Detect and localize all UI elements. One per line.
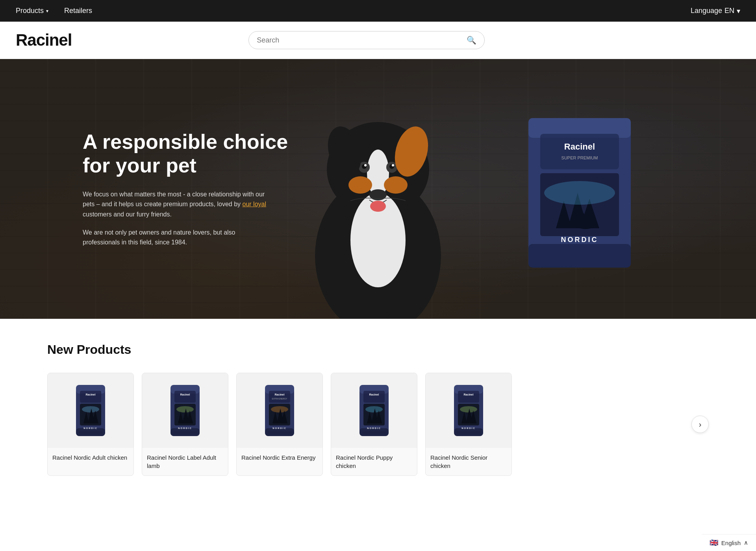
svg-text:Racinel: Racinel — [564, 142, 595, 152]
svg-text:Racinel: Racinel — [369, 393, 379, 396]
svg-rect-74 — [363, 391, 385, 403]
product-image-area: Racinel NORDIC — [426, 373, 511, 448]
search-bar: 🔍 — [248, 31, 485, 49]
svg-rect-45 — [79, 431, 102, 434]
section-title: New Products — [47, 342, 709, 357]
product-image-area: Racinel NORDIC — [48, 373, 133, 448]
site-header: Racinel 🔍 — [0, 22, 756, 59]
svg-rect-21 — [540, 134, 619, 169]
svg-rect-57 — [173, 431, 197, 434]
svg-text:SUPER PREMIUM: SUPER PREMIUM — [561, 155, 598, 160]
product-card[interactable]: Racinel NORDIC Racinel Nordic Puppy chic… — [331, 373, 417, 476]
svg-rect-94 — [457, 431, 480, 434]
svg-point-4 — [348, 176, 372, 194]
svg-point-89 — [460, 406, 477, 412]
product-card[interactable]: Racinel NORDIC Racinel Nordic Adult chic… — [47, 373, 134, 476]
new-products-section: New Products Racinel — [0, 319, 756, 507]
nav-products[interactable]: Products ▾ — [16, 7, 48, 15]
product-name: Racinel Nordic Extra Energy — [237, 448, 322, 467]
chevron-down-icon: ▾ — [46, 8, 48, 14]
svg-point-52 — [176, 406, 194, 412]
svg-point-11 — [364, 164, 367, 166]
footer-language-label: English — [721, 540, 741, 546]
flag-icon: 🇬🇧 — [710, 538, 718, 547]
top-navigation: Products ▾ Retailers Language EN ▾ — [0, 0, 756, 22]
svg-point-40 — [82, 406, 99, 412]
hero-content: A responsible choice for your pet We foc… — [83, 130, 288, 248]
nav-retailers-label: Retailers — [64, 7, 92, 15]
svg-text:NORDIC: NORDIC — [561, 236, 598, 244]
svg-text:Racinel: Racinel — [275, 393, 285, 396]
svg-point-77 — [365, 406, 383, 412]
svg-point-5 — [384, 176, 408, 194]
svg-text:EXTRA ENERGY: EXTRA ENERGY — [272, 398, 288, 400]
language-label: Language — [691, 7, 722, 15]
chevron-up-icon[interactable]: ∧ — [744, 539, 748, 546]
svg-text:Racinel: Racinel — [180, 393, 190, 396]
language-value: EN — [724, 7, 734, 15]
nav-retailers[interactable]: Retailers — [64, 7, 92, 15]
svg-text:NORDIC: NORDIC — [367, 427, 381, 429]
svg-point-15 — [370, 201, 386, 212]
products-carousel: Racinel NORDIC Racinel Nordic Adult chic… — [47, 373, 684, 476]
svg-text:Racinel: Racinel — [86, 393, 96, 396]
svg-point-28 — [544, 181, 615, 205]
hero-product-bag: Racinel SUPER PREMIUM NORDIC — [517, 102, 643, 276]
search-input[interactable] — [257, 36, 467, 44]
svg-rect-37 — [80, 391, 101, 403]
svg-rect-33 — [546, 252, 613, 260]
svg-rect-61 — [269, 391, 290, 403]
svg-rect-16 — [354, 311, 370, 319]
search-icon[interactable]: 🔍 — [467, 35, 476, 45]
svg-text:NORDIC: NORDIC — [461, 427, 476, 429]
svg-rect-86 — [458, 391, 479, 403]
carousel-next-button[interactable]: › — [691, 416, 709, 433]
product-image-area: Racinel EXTRA ENERGY NORDIC — [237, 373, 322, 448]
product-card[interactable]: Racinel EXTRA ENERGY NORDIC Racinel Nord… — [236, 373, 323, 476]
chevron-down-icon: ▾ — [737, 7, 740, 15]
products-row: Racinel NORDIC Racinel Nordic Adult chic… — [47, 373, 709, 476]
product-image-area: Racinel NORDIC — [142, 373, 228, 448]
language-footer-bar: 🇬🇧 English ∧ — [702, 534, 756, 551]
hero-description-2: We are not only pet owners and nature lo… — [83, 227, 268, 248]
svg-point-65 — [271, 406, 288, 412]
product-image-area: Racinel NORDIC — [331, 373, 417, 448]
svg-rect-82 — [362, 431, 386, 434]
svg-text:Racinel: Racinel — [464, 393, 474, 396]
svg-text:NORDIC: NORDIC — [178, 427, 192, 429]
site-logo[interactable]: Racinel — [16, 31, 72, 50]
nav-products-label: Products — [16, 7, 44, 15]
product-name: Racinel Nordic Puppy chicken — [331, 448, 417, 475]
nav-left: Products ▾ Retailers — [16, 7, 92, 15]
product-name: Racinel Nordic Label Adult lamb — [142, 448, 228, 475]
product-name: Racinel Nordic Senior chicken — [426, 448, 511, 475]
svg-text:NORDIC: NORDIC — [83, 427, 98, 429]
product-card[interactable]: Racinel NORDIC Racinel Nordic Senior chi… — [425, 373, 512, 476]
language-selector[interactable]: Language EN ▾ — [691, 7, 740, 15]
svg-rect-17 — [386, 311, 402, 319]
svg-text:NORDIC: NORDIC — [272, 427, 287, 429]
hero-link[interactable]: our loyal — [243, 201, 266, 207]
svg-rect-49 — [174, 391, 196, 403]
svg-point-12 — [392, 164, 394, 166]
hero-title: A responsible choice for your pet — [83, 130, 288, 178]
hero-description-1: We focus on what matters the most - a cl… — [83, 189, 268, 220]
hero-section: Racinel SUPER PREMIUM NORDIC A responsib… — [0, 59, 756, 319]
svg-rect-70 — [268, 431, 291, 434]
product-name: Racinel Nordic Adult chicken — [48, 448, 133, 467]
product-card[interactable]: Racinel NORDIC Racinel Nordic Label Adul… — [142, 373, 228, 476]
